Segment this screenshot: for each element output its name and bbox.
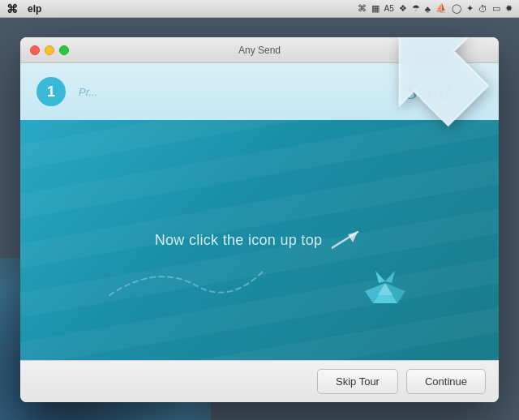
- maximize-button[interactable]: [59, 45, 69, 55]
- menubar-icon-2[interactable]: ▦: [371, 3, 380, 14]
- instruction-text: Now click the icon up top: [155, 232, 323, 249]
- menubar-icon-9[interactable]: ✦: [466, 3, 474, 14]
- step-number: 1: [47, 84, 55, 101]
- svg-marker-0: [365, 37, 499, 140]
- desktop: Any Send 1 Pr... Send: [0, 18, 519, 420]
- menu-bar-left: ⌘ elp: [6, 2, 41, 15]
- menubar-icon-clock[interactable]: ⏱: [478, 4, 487, 14]
- instruction-area: Now click the icon up top: [155, 228, 365, 252]
- menu-bar-right: ⌘ ▦ A5 ❖ ☂ ♣ ⛵ ◯ ✦ ⏱ ▭ ✸: [358, 3, 513, 14]
- window-title: Any Send: [238, 45, 281, 56]
- header-subtitle: Pr...: [79, 86, 97, 98]
- menubar-icon-4[interactable]: ❖: [399, 3, 407, 14]
- app-window: Any Send 1 Pr... Send: [20, 37, 499, 402]
- big-arrow-icon: [353, 37, 499, 152]
- menubar-icon-bt[interactable]: ✸: [505, 3, 513, 14]
- svg-marker-6: [375, 271, 385, 283]
- apple-menu[interactable]: ⌘: [6, 2, 18, 15]
- svg-marker-7: [385, 271, 395, 283]
- menubar-icon-7[interactable]: ⛵: [435, 3, 447, 14]
- app-footer: Skip Tour Continue: [20, 360, 499, 402]
- app-name[interactable]: elp: [28, 3, 41, 15]
- small-arrow-icon: [332, 228, 364, 252]
- menubar-icon-8[interactable]: ◯: [452, 3, 461, 14]
- menubar-icon-3[interactable]: A5: [384, 4, 394, 13]
- app-header: 1 Pr... Send: [20, 63, 499, 120]
- menubar-icon-1[interactable]: ⌘: [358, 3, 367, 14]
- window-controls: [30, 45, 69, 55]
- dashed-path-icon: [93, 255, 280, 303]
- close-button[interactable]: [30, 45, 40, 55]
- menubar-icon-screen[interactable]: ▭: [492, 3, 500, 14]
- menu-bar: ⌘ elp ⌘ ▦ A5 ❖ ☂ ♣ ⛵ ◯ ✦ ⏱ ▭ ✸: [0, 0, 519, 18]
- minimize-button[interactable]: [45, 45, 54, 55]
- step-badge: 1: [36, 77, 66, 106]
- mascot-icon: [361, 267, 410, 311]
- continue-button[interactable]: Continue: [406, 369, 486, 394]
- menubar-icon-6[interactable]: ♣: [425, 4, 431, 14]
- app-content: Now click the icon up top: [20, 120, 499, 360]
- skip-tour-button[interactable]: Skip Tour: [317, 369, 398, 394]
- menubar-icon-5[interactable]: ☂: [412, 3, 420, 14]
